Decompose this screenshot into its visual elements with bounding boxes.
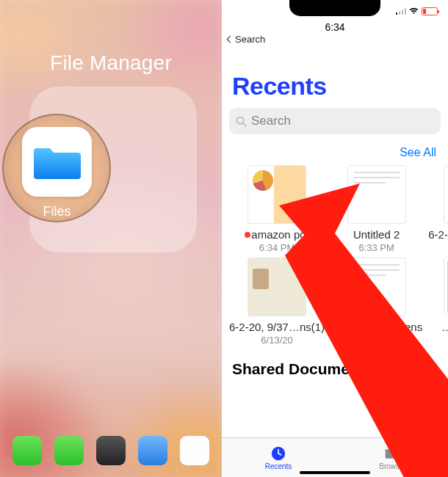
battery-icon <box>422 7 438 15</box>
search-input[interactable]: Search <box>229 108 441 134</box>
page-title: Recents <box>232 72 448 101</box>
svg-line-1 <box>243 123 246 125</box>
home-indicator[interactable] <box>300 471 370 474</box>
dock-app-4[interactable] <box>138 436 167 465</box>
file-thumbnail <box>444 165 448 224</box>
file-time: 6/13/20 <box>229 335 325 346</box>
notch <box>289 0 380 16</box>
back-button[interactable]: Search <box>228 34 265 45</box>
files-app-icon <box>22 127 92 197</box>
cellular-icon <box>396 7 407 15</box>
chevron-left-icon <box>227 36 234 43</box>
tab-label: Browse <box>379 462 403 470</box>
file-time: …/20 <box>428 335 448 346</box>
folder-icon <box>383 445 400 462</box>
file-time: 6/13/20 <box>428 242 448 253</box>
file-item[interactable]: 6-2-20, 9/37…ns(1) 6/13/20 <box>229 258 325 346</box>
file-thumbnail <box>248 165 306 224</box>
file-item[interactable]: 6…20, 7/19…Lens 6/3/20 <box>330 258 422 346</box>
file-item[interactable]: …20, 9/…(9) …/20 <box>428 258 448 346</box>
file-name: Untitled 2 <box>330 228 422 241</box>
files-app-screen: 6:34 Search Recents Search See All amazo… <box>222 0 448 477</box>
file-thumbnail <box>444 258 448 316</box>
file-time: 6:33 PM <box>330 242 422 253</box>
file-time: 6/3/20 <box>330 335 422 346</box>
dock <box>0 430 222 471</box>
dock-app-2[interactable] <box>54 436 84 465</box>
dock-app-5[interactable] <box>180 436 209 465</box>
home-screen: File Manager Files <box>0 0 222 477</box>
back-label: Search <box>235 34 265 45</box>
shared-documents-header: Shared Documents <box>232 360 448 378</box>
dock-app-1[interactable] <box>12 436 42 465</box>
file-name: 6-2-20, 9/37…ns(1) <box>229 321 325 334</box>
file-item[interactable]: amazon pdf 6:34 PM <box>229 165 325 253</box>
dock-app-3[interactable] <box>96 436 126 465</box>
folder-title: File Manager <box>0 51 222 75</box>
file-name: …20, 9/…(9) <box>428 321 448 334</box>
see-all-link[interactable]: See All <box>222 146 436 159</box>
files-app[interactable]: Files <box>22 127 92 219</box>
search-icon <box>236 116 247 127</box>
tab-label: Recents <box>265 462 292 470</box>
annotation-dot-icon <box>245 232 250 238</box>
folder-icon <box>34 144 81 181</box>
clock-icon <box>270 445 286 462</box>
file-item[interactable]: 6-2-20, 9/37…s(7) 6/13/20 <box>428 165 448 253</box>
file-item[interactable]: Untitled 2 6:33 PM <box>330 165 422 253</box>
file-thumbnail <box>347 165 406 224</box>
wifi-icon <box>409 7 419 15</box>
file-thumbnail <box>347 258 406 316</box>
files-app-label: Files <box>22 204 92 219</box>
file-name: 6…20, 7/19…Lens <box>330 321 422 334</box>
search-placeholder: Search <box>251 114 291 128</box>
file-time: 6:34 PM <box>229 242 325 253</box>
file-name: amazon pdf <box>229 228 325 241</box>
file-name: 6-2-20, 9/37…s(7) <box>428 228 448 241</box>
file-thumbnail <box>248 258 306 316</box>
status-time: 6:34 <box>325 21 344 33</box>
recents-grid: amazon pdf 6:34 PM Untitled 2 6:33 PM 6-… <box>222 165 448 346</box>
